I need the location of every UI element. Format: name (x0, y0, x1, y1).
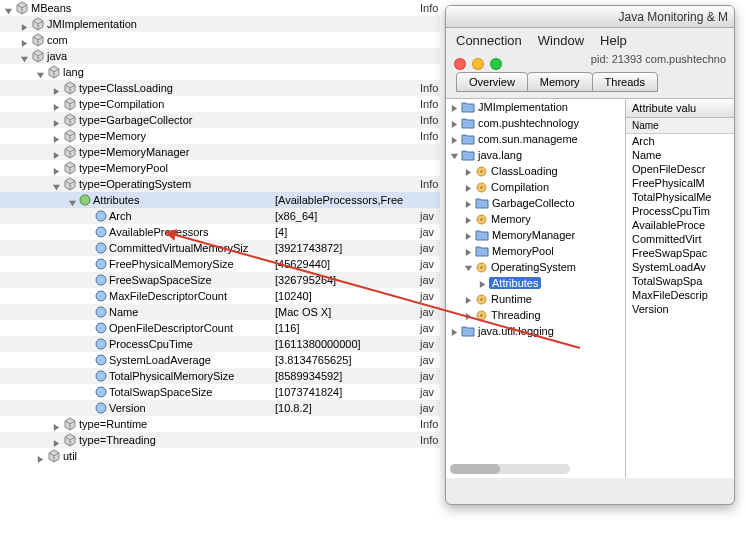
disclosure-icon[interactable] (20, 20, 29, 29)
disclosure-icon[interactable] (450, 151, 459, 160)
rt-javalang[interactable]: java.lang (478, 149, 522, 161)
node-memmgr[interactable]: type=MemoryManager (79, 144, 189, 160)
disclosure-icon[interactable] (464, 247, 473, 256)
tree-row[interactable]: com (0, 32, 440, 48)
attr-freephysicalmemorysize[interactable]: FreePhysicalMemorySize (109, 256, 234, 272)
attr-openfiledescriptorcount[interactable]: OpenFileDescriptorCount (109, 320, 233, 336)
node-compilation[interactable]: type=Compilation (79, 96, 164, 112)
tree-row[interactable]: com.sun.manageme (446, 131, 625, 147)
attr-availableprocessors[interactable]: AvailableProcessors (109, 224, 208, 240)
attr-name[interactable]: Name (109, 304, 138, 320)
attr-row[interactable]: ProcessCpuTim (626, 204, 734, 218)
disclosure-icon[interactable] (52, 436, 61, 445)
tree-row[interactable]: ProcessCpuTime[1611380000000]jav (0, 336, 440, 352)
close-dot[interactable] (454, 58, 466, 70)
tree-row[interactable]: type=CompilationInfo (0, 96, 440, 112)
tree-row[interactable]: Arch[x86_64]jav (0, 208, 440, 224)
tree-row[interactable]: FreeSwapSpaceSize[326795264]jav (0, 272, 440, 288)
attr-freeswapspacesize[interactable]: FreeSwapSpaceSize (109, 272, 212, 288)
rt-os[interactable]: OperatingSystem (491, 261, 576, 273)
minimize-dot[interactable] (472, 58, 484, 70)
rt-gc[interactable]: GarbageCollecto (492, 197, 575, 209)
attr-panel-subheader[interactable]: Name (626, 118, 734, 134)
attr-row[interactable]: Version (626, 302, 734, 316)
attr-row[interactable]: Name (626, 148, 734, 162)
tree-row[interactable]: MemoryManager (446, 227, 625, 243)
tree-row[interactable]: FreePhysicalMemorySize[45629440]jav (0, 256, 440, 272)
menu-connection[interactable]: Connection (456, 33, 522, 48)
attr-totalswapspacesize[interactable]: TotalSwapSpaceSize (109, 384, 212, 400)
attr-row[interactable]: TotalPhysicalMe (626, 190, 734, 204)
tree-row[interactable]: Attributes[AvailableProcessors,Free (0, 192, 440, 208)
attr-row[interactable]: TotalSwapSpa (626, 274, 734, 288)
attr-row[interactable]: FreePhysicalM (626, 176, 734, 190)
node-mempool[interactable]: type=MemoryPool (79, 160, 168, 176)
rt-jmimpl[interactable]: JMImplementation (478, 101, 568, 113)
attr-row[interactable]: AvailableProce (626, 218, 734, 232)
tree-row[interactable]: lang (0, 64, 440, 80)
node-threading[interactable]: type=Threading (79, 432, 156, 448)
tree-row[interactable]: GarbageCollecto (446, 195, 625, 211)
disclosure-icon[interactable] (52, 116, 61, 125)
right-tree[interactable]: JMImplementationcom.pushtechnologycom.su… (446, 99, 626, 478)
scrollbar-thumb[interactable] (450, 464, 500, 474)
disclosure-icon[interactable] (52, 100, 61, 109)
tree-row[interactable]: Runtime (446, 291, 625, 307)
tree-row[interactable]: java.util.logging (446, 323, 625, 339)
rt-classloading[interactable]: ClassLoading (491, 165, 558, 177)
attr-systemloadaverage[interactable]: SystemLoadAverage (109, 352, 211, 368)
rt-runtime[interactable]: Runtime (491, 293, 532, 305)
tree-row[interactable]: AvailableProcessors[4]jav (0, 224, 440, 240)
tree-row[interactable]: type=MemoryInfo (0, 128, 440, 144)
rt-sunmgmt[interactable]: com.sun.manageme (478, 133, 578, 145)
node-attributes[interactable]: Attributes (93, 192, 139, 208)
disclosure-icon[interactable] (52, 164, 61, 173)
tree-row[interactable]: TotalPhysicalMemorySize[8589934592]jav (0, 368, 440, 384)
tab-overview[interactable]: Overview (456, 72, 528, 92)
disclosure-icon[interactable] (464, 199, 473, 208)
disclosure-icon[interactable] (36, 452, 45, 461)
node-runtime[interactable]: type=Runtime (79, 416, 147, 432)
disclosure-icon[interactable] (52, 132, 61, 141)
tree-row[interactable]: java.lang (446, 147, 625, 163)
rt-pushtech[interactable]: com.pushtechnology (478, 117, 579, 129)
tree-row[interactable]: MemoryPool (446, 243, 625, 259)
attr-processcputime[interactable]: ProcessCpuTime (109, 336, 193, 352)
attr-row[interactable]: FreeSwapSpac (626, 246, 734, 260)
disclosure-icon[interactable] (464, 215, 473, 224)
disclosure-icon[interactable] (450, 135, 459, 144)
tree-row[interactable]: JMImplementation (446, 99, 625, 115)
tree-row[interactable]: type=MemoryPool (0, 160, 440, 176)
attr-totalphysicalmemorysize[interactable]: TotalPhysicalMemorySize (109, 368, 234, 384)
tree-row[interactable]: ClassLoading (446, 163, 625, 179)
rt-memmgr[interactable]: MemoryManager (492, 229, 575, 241)
tree-row[interactable]: TotalSwapSpaceSize[1073741824]jav (0, 384, 440, 400)
disclosure-icon[interactable] (450, 103, 459, 112)
tree-row[interactable]: com.pushtechnology (446, 115, 625, 131)
disclosure-icon[interactable] (20, 52, 29, 61)
tree-row[interactable]: Compilation (446, 179, 625, 195)
tree-row[interactable]: type=OperatingSystemInfo (0, 176, 440, 192)
node-jmimpl[interactable]: JMImplementation (47, 16, 137, 32)
tree-row[interactable]: type=MemoryManager (0, 144, 440, 160)
tree-row[interactable]: type=RuntimeInfo (0, 416, 440, 432)
rt-threading[interactable]: Threading (491, 309, 541, 321)
disclosure-icon[interactable] (464, 311, 473, 320)
disclosure-icon[interactable] (450, 327, 459, 336)
tree-row[interactable]: SystemLoadAverage[3.8134765625]jav (0, 352, 440, 368)
tree-row[interactable]: MaxFileDescriptorCount[10240]jav (0, 288, 440, 304)
node-lang[interactable]: lang (63, 64, 84, 80)
disclosure-icon[interactable] (464, 263, 473, 272)
tree-row[interactable]: java (0, 48, 440, 64)
tree-row[interactable]: CommittedVirtualMemorySiz[3921743872]jav (0, 240, 440, 256)
attr-version[interactable]: Version (109, 400, 146, 416)
tree-row[interactable]: type=GarbageCollectorInfo (0, 112, 440, 128)
node-util[interactable]: util (63, 448, 77, 464)
disclosure-icon[interactable] (464, 183, 473, 192)
tree-row[interactable]: type=ClassLoadingInfo (0, 80, 440, 96)
tree-row[interactable]: Attributes (446, 275, 625, 291)
disclosure-icon[interactable] (464, 295, 473, 304)
zoom-dot[interactable] (490, 58, 502, 70)
rt-javalog[interactable]: java.util.logging (478, 325, 554, 337)
rt-attributes[interactable]: Attributes (489, 277, 541, 289)
